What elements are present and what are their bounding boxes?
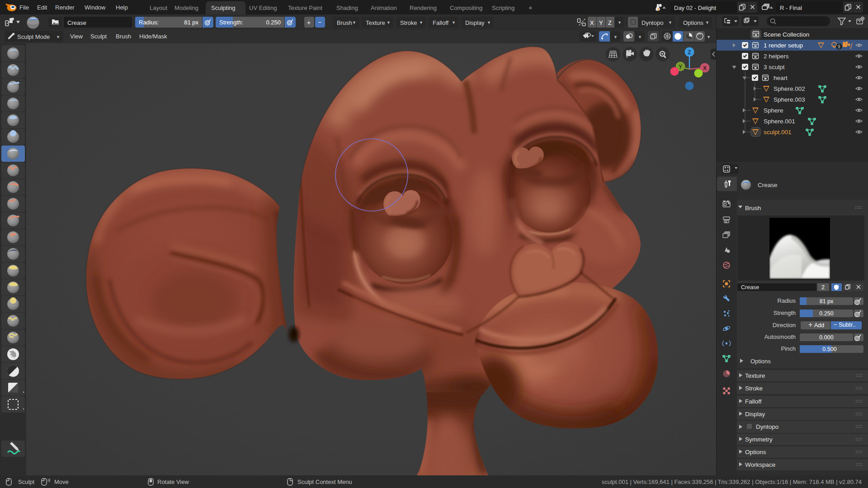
- svg-text:Sphere: Sphere: [764, 107, 783, 114]
- svg-text:Dyntopo: Dyntopo: [756, 423, 778, 430]
- svg-text:Sphere.002: Sphere.002: [774, 85, 805, 92]
- svg-text:81 px: 81 px: [820, 298, 834, 305]
- svg-text:heart: heart: [774, 75, 788, 81]
- svg-text:Move: Move: [54, 479, 69, 485]
- svg-text:Sculpt Context Menu: Sculpt Context Menu: [297, 479, 352, 485]
- svg-text:X: X: [703, 65, 707, 71]
- svg-text:Radius: Radius: [778, 297, 796, 304]
- svg-text:1 render setup: 1 render setup: [764, 42, 803, 49]
- svg-text:2: 2: [821, 284, 825, 291]
- svg-text:Symmetry: Symmetry: [745, 436, 773, 443]
- svg-text:Strength: Strength: [774, 310, 796, 316]
- svg-text:Pinch: Pinch: [781, 345, 796, 352]
- svg-text:Sphere.003: Sphere.003: [774, 96, 805, 103]
- svg-text:2 helpers: 2 helpers: [764, 53, 789, 60]
- svg-text:0.500: 0.500: [822, 346, 836, 352]
- svg-text:Crease: Crease: [758, 182, 778, 188]
- svg-text:Y: Y: [679, 64, 682, 70]
- svg-text:Rotate View: Rotate View: [157, 479, 189, 485]
- svg-text:Brush: Brush: [745, 205, 761, 211]
- svg-text:Sphere.001: Sphere.001: [764, 118, 795, 125]
- svg-text:Options: Options: [750, 358, 771, 365]
- svg-text:0.250: 0.250: [819, 310, 833, 317]
- svg-text:Direction: Direction: [773, 322, 796, 328]
- svg-text:Z: Z: [688, 49, 691, 56]
- svg-text:9: 9: [838, 44, 840, 49]
- svg-text:Sculpt: Sculpt: [18, 479, 35, 485]
- svg-text:sculpt.001 | Verts:169,641 | F: sculpt.001 | Verts:169,641 | Faces:339,2…: [602, 479, 862, 485]
- svg-text:Crease: Crease: [741, 284, 759, 291]
- svg-text:Workspace: Workspace: [745, 461, 775, 468]
- svg-text:Add: Add: [814, 322, 824, 328]
- svg-text:Falloff: Falloff: [745, 398, 762, 405]
- svg-text:0.000: 0.000: [819, 334, 833, 341]
- svg-text:Texture: Texture: [745, 372, 765, 379]
- svg-text:− Subtr..: − Subtr..: [834, 321, 856, 328]
- svg-text:Display: Display: [745, 411, 765, 418]
- svg-text:3 sculpt: 3 sculpt: [764, 64, 785, 70]
- svg-text:sculpt.001: sculpt.001: [764, 129, 792, 136]
- svg-text:Scene Collection: Scene Collection: [764, 31, 809, 38]
- svg-text:Stroke: Stroke: [745, 385, 763, 392]
- svg-text:+: +: [808, 321, 812, 328]
- svg-text:Autosmooth: Autosmooth: [764, 333, 796, 340]
- svg-text:Options: Options: [745, 449, 766, 455]
